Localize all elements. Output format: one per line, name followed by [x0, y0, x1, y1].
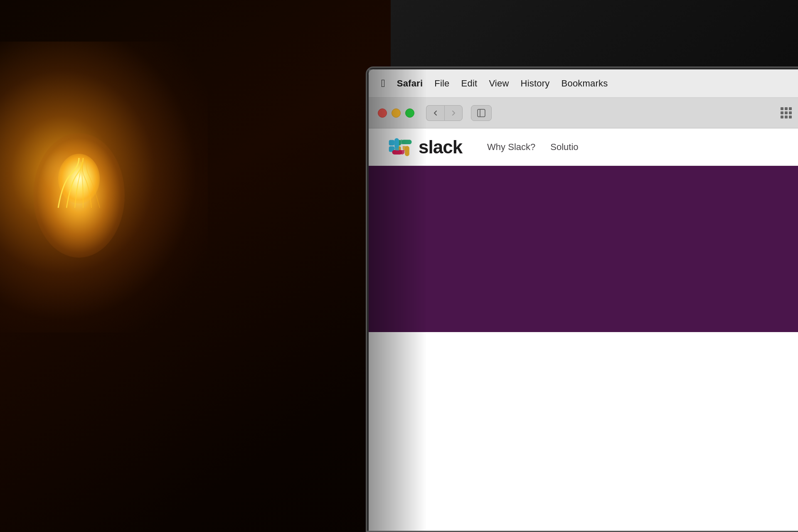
browser-toolbar: [369, 98, 798, 128]
svg-rect-0: [478, 109, 485, 117]
slack-nav-links: Why Slack? Solutio: [487, 142, 578, 153]
forward-button[interactable]: [444, 105, 463, 121]
laptop-area:  Safari File Edit View History Bookmark…: [391, 0, 798, 532]
bookmarks-menu[interactable]: Bookmarks: [562, 78, 608, 89]
edit-menu[interactable]: Edit: [461, 78, 478, 89]
slack-hero-banner: [369, 166, 798, 332]
nav-why-slack[interactable]: Why Slack?: [487, 142, 535, 153]
laptop-screen-frame:  Safari File Edit View History Bookmark…: [366, 66, 798, 532]
back-button[interactable]: [426, 105, 444, 121]
sidebar-toggle-icon: [477, 108, 486, 118]
grid-dots-icon: [781, 107, 792, 118]
history-menu[interactable]: History: [521, 78, 550, 89]
bulb-shape: [25, 116, 133, 283]
filament-svg: [50, 150, 108, 216]
back-arrow-icon: [432, 110, 439, 116]
forward-arrow-icon: [450, 110, 457, 116]
screen-left-shadow: [369, 69, 427, 531]
webpage-content: slack Why Slack? Solutio: [369, 128, 798, 531]
menu-bar:  Safari File Edit View History Bookmark…: [369, 69, 798, 98]
nav-solutions[interactable]: Solutio: [550, 142, 578, 153]
screen-inner:  Safari File Edit View History Bookmark…: [369, 69, 798, 531]
nav-buttons: [426, 105, 463, 121]
extensions-button[interactable]: [777, 105, 795, 121]
sidebar-toggle-button[interactable]: [471, 105, 492, 121]
file-menu[interactable]: File: [434, 78, 449, 89]
slack-navbar: slack Why Slack? Solutio: [369, 128, 798, 166]
view-menu[interactable]: View: [489, 78, 509, 89]
